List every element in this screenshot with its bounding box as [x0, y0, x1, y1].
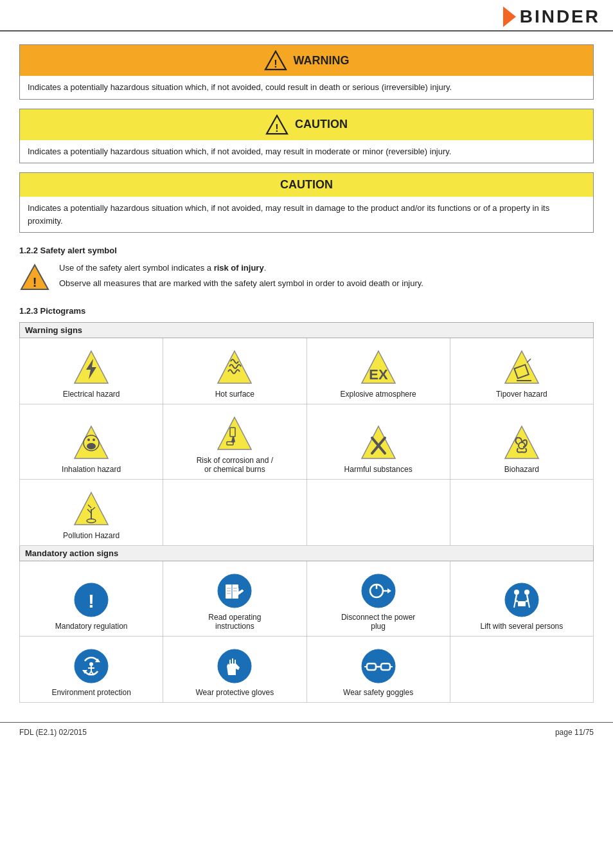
cell-read-instructions: Read operatinginstructions	[163, 561, 306, 637]
safety-alert-para1: Use of the safety alert symbol indicates…	[59, 262, 423, 275]
section-123-title: Pictograms	[40, 306, 86, 316]
caution-triangle-icon: !	[265, 114, 289, 135]
inhalation-hazard-icon	[22, 417, 160, 462]
pictograms-table: Warning signs Electrical hazard	[19, 322, 594, 703]
svg-text:EX: EX	[369, 366, 388, 383]
section-122-number: 1.2.2	[19, 246, 38, 255]
safety-alert-icon: !	[19, 263, 50, 293]
svg-text:!: !	[88, 590, 94, 611]
cell-environment-protection: Environment protection	[20, 637, 163, 703]
warning-signs-row: Warning signs	[20, 323, 594, 338]
logo-text: BINDER	[520, 6, 600, 27]
mandatory-signs-label: Mandatory action signs	[20, 546, 594, 561]
read-instructions-icon	[166, 565, 303, 610]
svg-point-17	[87, 443, 96, 449]
cell-explosive-atmosphere: EX Explosive atmosphere	[306, 338, 450, 404]
cell-empty-2	[306, 480, 450, 546]
explosive-atmosphere-label: Explosive atmosphere	[310, 390, 447, 399]
protective-gloves-icon	[166, 640, 303, 685]
warning-body: Indicates a potentially hazardous situat…	[20, 76, 593, 99]
read-instructions-label: Read operatinginstructions	[166, 613, 303, 631]
cell-inhalation-hazard: Inhalation hazard	[20, 404, 163, 480]
cell-pollution-hazard: Pollution Hazard	[20, 480, 163, 546]
pollution-hazard-label: Pollution Hazard	[22, 531, 160, 540]
page-header: BINDER	[0, 0, 613, 32]
svg-marker-11	[505, 351, 538, 383]
warning-label: WARNING	[294, 54, 350, 68]
section-123-heading: 1.2.3 Pictograms	[19, 306, 594, 316]
caution-orange-box: ! CAUTION Indicates a potentially hazard…	[19, 109, 594, 164]
cell-corrosion-hazard: Risk of corrosion and /or chemical burns	[163, 404, 306, 480]
cell-biohazard: Biohazard	[450, 404, 593, 480]
tipover-hazard-icon	[453, 342, 591, 387]
tipover-hazard-label: Tipover hazard	[453, 390, 591, 399]
cell-hot-surface: Hot surface	[163, 338, 306, 404]
logo-arrow-icon	[503, 6, 516, 27]
svg-point-50	[514, 590, 519, 595]
cell-electrical-hazard: Electrical hazard	[20, 338, 163, 404]
inhalation-hazard-label: Inhalation hazard	[22, 465, 160, 474]
mandatory-regulation-icon: !	[22, 574, 160, 619]
svg-marker-15	[75, 426, 108, 458]
cell-protective-gloves: Wear protective gloves	[163, 637, 306, 703]
svg-text:!: !	[33, 275, 37, 289]
footer-left: FDL (E2.1) 02/2015	[19, 728, 87, 737]
biohazard-label: Biohazard	[453, 465, 591, 474]
svg-text:!: !	[274, 59, 277, 69]
safety-alert-text: Use of the safety alert symbol indicates…	[59, 262, 423, 289]
corrosion-hazard-icon	[166, 408, 303, 453]
safety-goggles-icon	[310, 640, 447, 685]
mandatory-signs-row: Mandatory action signs	[20, 546, 594, 561]
cell-tipover-hazard: Tipover hazard	[450, 338, 593, 404]
mandatory-regulation-label: Mandatory regulation	[22, 622, 160, 631]
cell-empty-mandatory	[450, 637, 593, 703]
warning-header: ! WARNING	[20, 45, 593, 76]
warning-row-3: Pollution Hazard	[20, 480, 594, 546]
warning-row-2: Inhalation hazard Risk of corrosion and …	[20, 404, 594, 480]
cell-empty-3	[450, 480, 593, 546]
lift-persons-icon	[453, 574, 591, 619]
footer-right: page 11/75	[555, 728, 594, 737]
safety-alert-para2: Observe all measures that are marked wit…	[59, 277, 423, 290]
main-content: ! WARNING Indicates a potentially hazard…	[0, 32, 613, 716]
svg-point-49	[505, 583, 538, 617]
svg-line-14	[527, 359, 531, 363]
disconnect-power-label: Disconnect the powerplug	[310, 613, 447, 631]
caution-yellow-box: CAUTION Indicates a potentially hazardou…	[19, 172, 594, 233]
harmful-substances-label: Harmful substances	[310, 465, 447, 474]
lift-persons-label: Lift with several persons	[453, 622, 591, 631]
section-123-number: 1.2.3	[19, 306, 38, 316]
svg-marker-8	[218, 351, 251, 383]
svg-text:!: !	[275, 122, 278, 133]
svg-point-51	[524, 590, 529, 595]
environment-protection-label: Environment protection	[22, 688, 160, 697]
caution-yellow-header: CAUTION	[20, 173, 593, 197]
cell-lift-persons: Lift with several persons	[450, 561, 593, 637]
environment-protection-icon	[22, 640, 160, 685]
corrosion-hazard-label: Risk of corrosion and /or chemical burns	[166, 456, 303, 474]
cell-safety-goggles: Wear safety goggles	[306, 637, 450, 703]
section-122-title: Safety alert symbol	[40, 246, 117, 255]
caution-orange-header: ! CAUTION	[20, 109, 593, 140]
caution-yellow-label: CAUTION	[280, 178, 333, 192]
section-122-heading: 1.2.2 Safety alert symbol	[19, 246, 594, 255]
warning-signs-label: Warning signs	[20, 323, 594, 338]
electrical-hazard-icon	[22, 342, 160, 387]
electrical-hazard-label: Electrical hazard	[22, 390, 160, 399]
safety-alert-row: ! Use of the safety alert symbol indicat…	[19, 262, 594, 293]
cell-harmful-substances: Harmful substances	[306, 404, 450, 480]
cell-disconnect-power: Disconnect the powerplug	[306, 561, 450, 637]
biohazard-icon	[453, 417, 591, 462]
cell-empty-1	[163, 480, 306, 546]
svg-point-19	[93, 439, 95, 441]
mandatory-row-2: Environment protection Wear protective g…	[20, 637, 594, 703]
svg-marker-28	[75, 493, 108, 525]
caution-orange-label: CAUTION	[295, 118, 348, 131]
harmful-substances-icon	[310, 417, 447, 462]
svg-point-18	[87, 439, 90, 441]
warning-box: ! WARNING Indicates a potentially hazard…	[19, 44, 594, 100]
pollution-hazard-icon	[22, 484, 160, 529]
cell-mandatory-regulation: ! Mandatory regulation	[20, 561, 163, 637]
page-footer: FDL (E2.1) 02/2015 page 11/75	[0, 722, 613, 742]
svg-marker-23	[362, 426, 395, 458]
